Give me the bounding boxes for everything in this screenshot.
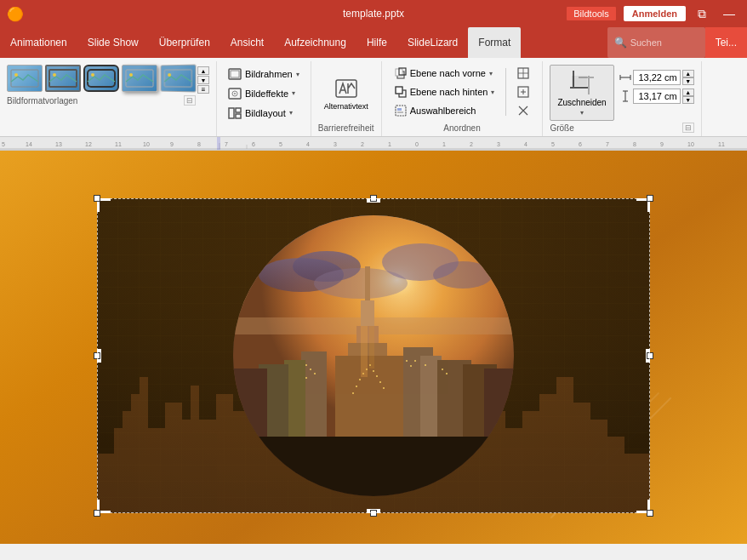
svg-rect-100	[373, 370, 374, 372]
selected-image-frame[interactable]	[97, 198, 650, 513]
menu-animationen[interactable]: Animationen	[0, 27, 77, 58]
ebene-nach-hinten-icon	[395, 86, 407, 98]
image-preset-3[interactable]	[83, 65, 119, 92]
arrange-icon-1	[517, 67, 529, 79]
zuschneiden-dropdown: ▾	[580, 109, 584, 117]
preset-icon-1	[9, 68, 40, 89]
svg-rect-11	[231, 71, 239, 77]
menu-slideshow[interactable]: Slide Show	[77, 27, 149, 58]
svg-rect-106	[383, 387, 385, 389]
svg-rect-27	[397, 111, 403, 113]
width-input-row: ▲ ▼	[619, 70, 694, 85]
menu-share[interactable]: Tei...	[705, 27, 747, 58]
menu-aufzeichnung[interactable]: Aufzeichnung	[274, 27, 356, 58]
selection-handle-tm[interactable]	[370, 195, 377, 202]
minimize-button[interactable]: —	[718, 5, 740, 22]
bildlayout-icon	[228, 107, 242, 119]
svg-text:3: 3	[497, 141, 500, 147]
login-button[interactable]: Anmelden	[624, 6, 686, 21]
svg-rect-96	[484, 369, 514, 437]
preset-nav-expand[interactable]: ≡	[197, 85, 209, 94]
arrange-col-2	[511, 65, 535, 119]
bildlayout-btn[interactable]: Bildlayout ▾	[224, 105, 304, 122]
image-preset-2[interactable]	[45, 65, 81, 92]
search-container: 🔍	[607, 27, 705, 58]
svg-text:7: 7	[606, 141, 609, 147]
svg-text:0: 0	[415, 141, 419, 147]
height-input-row: ▲ ▼	[619, 89, 694, 104]
expand-bildformatvorlagen[interactable]: ⊟	[184, 95, 196, 106]
svg-text:9: 9	[660, 141, 664, 147]
group-bildformatvorlagen: Bildformatvorlagen ⊟ ▲ ▼ ≡	[0, 61, 217, 136]
preset-nav-down[interactable]: ▼	[197, 76, 209, 84]
arrange-btn-3[interactable]	[511, 102, 535, 119]
restore-button[interactable]: ⧉	[693, 5, 711, 23]
group-label-groesse: Größe	[550, 123, 573, 133]
image-preset-5[interactable]	[161, 65, 197, 93]
selection-handle-mr[interactable]	[647, 352, 653, 359]
search-icon: 🔍	[614, 37, 627, 49]
search-input[interactable]	[630, 37, 699, 48]
width-input[interactable]	[633, 70, 681, 85]
image-preset-1[interactable]	[7, 65, 43, 92]
alternativtext-btn[interactable]: Alternativtext	[318, 68, 374, 119]
arrange-btn-1[interactable]	[511, 65, 535, 82]
preset-nav-up[interactable]: ▲	[197, 66, 209, 75]
svg-text:1: 1	[442, 141, 446, 147]
ruler: 5 14 13 12 11 10 9 8 7 6 5 4 3 2 1 0 1 2…	[0, 137, 747, 151]
svg-point-14	[234, 93, 236, 94]
ebene-nach-vorne-btn[interactable]: Ebene nach vorne ▾	[389, 65, 501, 82]
expand-groesse[interactable]: ⊟	[682, 123, 694, 133]
svg-text:1: 1	[388, 141, 391, 147]
ribbon: Bildformatvorlagen ⊟ ▲ ▼ ≡ Bildrahmen ▾	[0, 58, 747, 137]
height-icon	[619, 90, 631, 102]
svg-rect-74	[217, 137, 220, 150]
height-spinner-down[interactable]: ▼	[682, 96, 694, 104]
bildrahmen-btn[interactable]: Bildrahmen ▾	[224, 66, 304, 83]
ebene-nach-hinten-btn[interactable]: Ebene nach hinten ▾	[389, 83, 501, 100]
selection-handle-ml[interactable]	[94, 352, 100, 359]
city-svg	[233, 215, 514, 496]
width-spinner-up[interactable]: ▲	[682, 70, 694, 77]
auswahlbereich-btn[interactable]: Auswahlbereich	[389, 102, 501, 119]
group-groesse: Zuschneiden ▾ ▲ ▼	[543, 61, 701, 136]
height-input[interactable]	[633, 89, 681, 104]
selection-handle-bm[interactable]	[370, 510, 377, 517]
svg-rect-107	[305, 364, 307, 366]
svg-text:11: 11	[115, 141, 122, 147]
menu-ueberpruefen[interactable]: Überprüfen	[149, 27, 220, 58]
image-presets-row	[7, 65, 196, 92]
arrange-col-1: Ebene nach vorne ▾ Ebene nach hinten ▾	[389, 65, 501, 119]
auswahlbereich-label: Auswahlbereich	[410, 106, 476, 116]
selection-handle-tr[interactable]	[647, 195, 653, 202]
selection-handle-tl[interactable]	[94, 195, 100, 202]
width-spinner-down[interactable]: ▼	[682, 77, 694, 85]
arrange-btn-2[interactable]	[511, 83, 535, 100]
bildrahmen-label: Bildrahmen	[245, 69, 293, 79]
bildeffekte-btn[interactable]: Bildeffekte ▾	[224, 85, 304, 102]
bildeffekte-dropdown-icon: ▾	[292, 89, 295, 97]
svg-point-81	[314, 268, 408, 299]
svg-rect-23	[396, 87, 402, 94]
zuschneiden-btn[interactable]: Zuschneiden ▾	[550, 65, 613, 121]
menu-hilfe[interactable]: Hilfe	[356, 27, 397, 58]
svg-text:2: 2	[470, 141, 473, 147]
svg-rect-111	[406, 360, 408, 362]
menu-format[interactable]: Format	[468, 27, 521, 58]
preset-icon-5	[163, 68, 193, 89]
svg-point-3	[53, 73, 56, 77]
svg-rect-115	[442, 369, 443, 370]
svg-text:13: 13	[55, 141, 62, 147]
selection-handle-br[interactable]	[647, 510, 653, 517]
svg-rect-112	[410, 365, 412, 367]
selection-handle-bl[interactable]	[94, 510, 100, 517]
menu-slidelizard[interactable]: SlideLizard	[397, 27, 468, 58]
svg-rect-16	[236, 108, 241, 112]
svg-text:5: 5	[2, 141, 5, 147]
menu-ansicht[interactable]: Ansicht	[220, 27, 274, 58]
title-bar-right: Bildtools Anmelden ⧉ —	[566, 5, 740, 23]
image-preset-4[interactable]	[122, 65, 157, 92]
svg-text:4: 4	[524, 141, 527, 147]
height-spinner-up[interactable]: ▲	[682, 89, 694, 96]
ebene-nach-hinten-dropdown: ▾	[491, 89, 494, 96]
